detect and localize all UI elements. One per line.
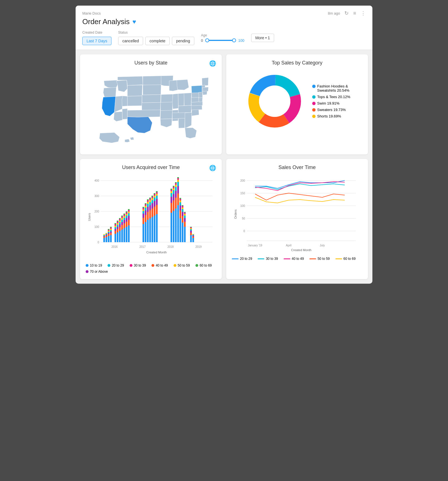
svg-rect-87 [126,211,127,212]
svg-rect-197 [190,228,192,229]
globe-icon[interactable]: 🌐 [209,60,216,67]
refresh-icon[interactable]: ↻ [344,10,349,16]
title-row: Order Analysis ♥ [82,17,366,26]
cancelled-button[interactable]: cancelled [118,37,143,45]
svg-rect-192 [184,212,186,213]
svg-rect-35 [108,232,109,233]
svg-rect-36 [108,231,109,232]
users-acquired-card: Users Acquired over Time 🌐 Users 400 300… [80,159,222,279]
tops-dot [312,95,316,99]
svg-rect-143 [156,191,158,192]
last-7-days-button[interactable]: Last 7 Days [82,37,111,45]
svg-rect-132 [154,201,155,207]
dot-30-39 [130,264,132,267]
age-max: 100 [238,38,244,43]
svg-rect-203 [192,235,194,235]
svg-rect-110 [147,212,149,220]
svg-rect-61 [119,227,121,231]
donut-legend: Fashion Hoodies &Sweatshirts 20.54% Tops… [312,84,350,118]
line-40-49 [284,258,290,259]
svg-text:April: April [286,244,291,247]
svg-rect-189 [184,216,186,218]
svg-rect-56 [117,225,118,227]
svg-rect-186 [184,227,186,242]
svg-rect-184 [182,206,183,207]
svg-rect-31 [106,233,107,234]
svg-rect-148 [171,191,172,193]
svg-rect-74 [123,228,125,242]
page-title: Order Analysis [82,17,130,26]
legend-swim: Swim 19.91% [312,101,350,105]
header: Marie Docs 8m ago ↻ ≡ ⋮ Order Analysis ♥… [76,6,372,50]
svg-rect-174 [179,205,181,211]
age-slider[interactable] [205,38,236,42]
svg-rect-108 [145,203,146,204]
svg-rect-34 [108,233,109,234]
svg-rect-89 [128,220,130,225]
svg-text:Created Month: Created Month [146,251,167,254]
svg-rect-99 [143,209,144,211]
svg-rect-84 [126,216,127,218]
line-chart-svg: Orders 200 150 100 50 0 January '19 [232,175,362,253]
svg-rect-160 [175,191,177,198]
complete-button[interactable]: complete [145,37,170,45]
svg-text:January '19: January '19 [248,244,262,247]
svg-rect-202 [192,235,194,237]
globe-icon-2[interactable]: 🌐 [209,165,216,171]
svg-rect-169 [177,180,179,182]
svg-rect-159 [175,198,177,209]
more-menu-icon[interactable]: ⋮ [361,10,366,16]
svg-rect-193 [190,235,192,242]
sweaters-dot [312,108,316,112]
sales-over-time-title: Sales Over Time [232,165,362,170]
svg-rect-77 [123,218,125,220]
svg-rect-130 [154,216,155,242]
svg-rect-28 [106,235,107,237]
svg-rect-47 [115,231,116,234]
svg-rect-54 [117,229,118,232]
status-label: Status [118,31,194,34]
age-filter-group: Age 0 100 [201,33,244,43]
header-top: Marie Docs 8m ago ↻ ≡ ⋮ [82,10,366,16]
svg-rect-58 [117,222,118,223]
svg-rect-131 [154,207,155,216]
line-50-59 [309,258,316,259]
svg-text:400: 400 [94,179,99,182]
svg-rect-97 [143,214,144,218]
bar-chart-wrapper: Users 400 300 200 100 0 2016 2017 2018 [86,175,216,260]
top-sales-title: Top Sales by Category [232,60,362,66]
status-filter-buttons: cancelled complete pending [118,37,194,45]
dot-60-69 [195,264,198,267]
line-legend-60-69: 60 to 69 [335,257,356,261]
age-min: 0 [201,38,203,43]
svg-rect-40 [110,233,112,235]
age-label: Age [201,33,244,37]
svg-rect-85 [126,214,127,216]
dot-40-49 [151,264,154,267]
svg-rect-48 [115,229,116,231]
svg-rect-136 [154,193,155,194]
svg-rect-106 [145,206,146,208]
pending-button[interactable]: pending [172,37,194,45]
svg-rect-38 [108,229,109,230]
svg-rect-125 [151,203,153,209]
svg-text:100: 100 [240,204,245,207]
svg-rect-50 [115,226,116,227]
svg-rect-118 [149,205,151,210]
svg-rect-153 [173,194,174,200]
legend-shorts: Shorts 19.69% [312,114,350,118]
filters-row: Created Date Last 7 Days Status cancelle… [82,31,366,50]
svg-rect-101 [143,207,144,208]
heart-icon[interactable]: ♥ [132,18,136,26]
svg-rect-94 [128,209,130,210]
svg-rect-156 [173,187,174,188]
svg-rect-90 [128,216,130,220]
filter-icon[interactable]: ≡ [353,10,356,16]
svg-rect-150 [171,189,172,190]
svg-rect-81 [126,227,127,242]
svg-rect-166 [177,193,179,205]
more-filters-button[interactable]: More • 1 [251,34,274,42]
svg-text:2016: 2016 [111,245,118,248]
svg-text:July: July [320,244,325,247]
svg-rect-137 [156,214,158,242]
